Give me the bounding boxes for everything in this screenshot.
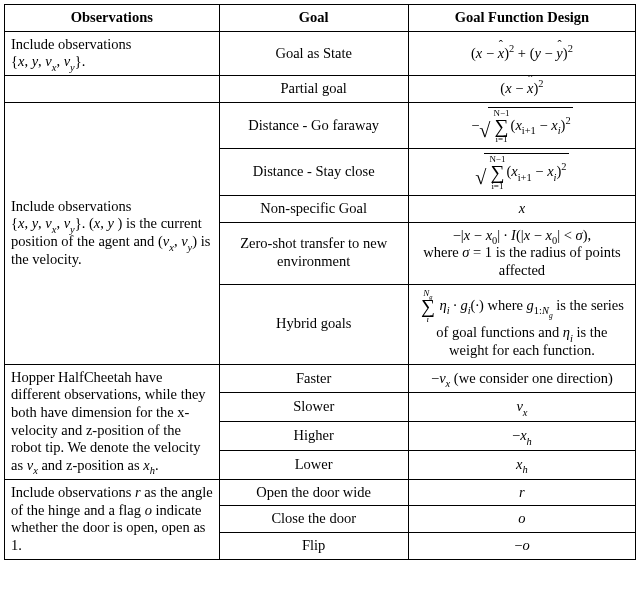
sub-h: h bbox=[523, 464, 528, 475]
var-y: y bbox=[534, 45, 540, 61]
sub-x: x bbox=[33, 465, 38, 476]
brace-close: }. bbox=[75, 53, 86, 69]
dot-icon: · bbox=[453, 297, 457, 313]
obs-cell-2: Include observations {x, y, vx, vy}. (x,… bbox=[5, 102, 220, 364]
var-x: x bbox=[520, 427, 526, 443]
goal-cell: Close the door bbox=[219, 506, 408, 533]
note-text: is the radius of points affected bbox=[492, 244, 620, 278]
func-cell: x bbox=[408, 195, 635, 222]
goal-cell: Faster bbox=[219, 364, 408, 393]
var-x: x bbox=[551, 117, 557, 133]
table-row: Partial goal (x − xˆ)2 bbox=[5, 76, 636, 103]
var-x: x bbox=[516, 456, 522, 472]
func-cell: (x − xˆ)2 + (y − yˆ)2 bbox=[408, 31, 635, 75]
header-goal-function: Goal Function Design bbox=[408, 5, 635, 32]
obs-text: Include observations bbox=[11, 36, 131, 52]
lt-sign: < bbox=[564, 227, 572, 243]
goal-cell: Distance - Go faraway bbox=[219, 102, 408, 149]
comma: , bbox=[24, 215, 31, 231]
goal-text: Zero-shot transfer to new bbox=[240, 235, 387, 251]
func-cell: −|x − x0| · I(|x − x0| < σ), where σ = 1… bbox=[408, 222, 635, 284]
sub-x: x bbox=[52, 62, 57, 73]
var-o: o bbox=[145, 502, 152, 518]
var-x: x bbox=[519, 200, 525, 216]
sub: 0 bbox=[492, 235, 497, 246]
var-x: x bbox=[515, 117, 521, 133]
sub-y: y bbox=[70, 62, 75, 73]
sub: i+1 bbox=[522, 125, 536, 136]
sub-x: x bbox=[523, 407, 528, 418]
obs-cell-1: Include observations {x, y, vx, vy}. bbox=[5, 31, 220, 75]
var-x: x bbox=[511, 163, 517, 179]
var-v: v bbox=[45, 215, 51, 231]
table-row: Include observations r as the angle of t… bbox=[5, 479, 636, 506]
var-I: I bbox=[511, 227, 516, 243]
sub-i: i bbox=[447, 305, 450, 316]
var-sigma: σ bbox=[576, 227, 583, 243]
sqrt-icon: √ N−1∑i=1(xi+1 − xi)2 bbox=[479, 107, 572, 145]
var-o: o bbox=[518, 510, 525, 526]
obs-cell-4: Include observations r as the angle of t… bbox=[5, 479, 220, 559]
func-cell: vx bbox=[408, 393, 635, 422]
goal-cell: Partial goal bbox=[219, 76, 408, 103]
sub-x: x bbox=[169, 242, 174, 253]
goal-cell: Goal as State bbox=[219, 31, 408, 75]
var-N: N bbox=[542, 305, 549, 316]
goal-cell: Distance - Stay close bbox=[219, 149, 408, 196]
var-x: x bbox=[143, 457, 149, 473]
var-x: x bbox=[505, 80, 511, 96]
sum-icon: N−1∑i=1 bbox=[489, 155, 505, 191]
sub: i+1 bbox=[518, 172, 532, 183]
var-eta: η bbox=[563, 324, 570, 340]
var-r: r bbox=[519, 484, 525, 500]
func-cell: Ng∑i ηi · gi(·) where g1:Ng is the serie… bbox=[408, 284, 635, 364]
goal-cell: Lower bbox=[219, 450, 408, 479]
sub-i: i bbox=[570, 333, 573, 344]
func-cell: −√ N−1∑i=1(xi+1 − xi)2 bbox=[408, 102, 635, 149]
func-cell: √ N−1∑i=1(xi+1 − xi)2 bbox=[408, 149, 635, 196]
goal-cell: Slower bbox=[219, 393, 408, 422]
comma: , bbox=[24, 53, 31, 69]
dot-icon: · bbox=[504, 227, 508, 243]
sub-h: h bbox=[150, 465, 155, 476]
var-x0: x bbox=[546, 227, 552, 243]
obs-text: Include observations bbox=[11, 484, 135, 500]
func-cell: −o bbox=[408, 533, 635, 560]
brace-open: { bbox=[11, 215, 18, 231]
eq-text: = 1 bbox=[469, 244, 492, 260]
var-v: v bbox=[45, 53, 51, 69]
sub: i bbox=[558, 125, 561, 136]
sub-y: y bbox=[70, 224, 75, 235]
func-cell: o bbox=[408, 506, 635, 533]
table-row: Include observations {x, y, vx, vy}. (x,… bbox=[5, 102, 636, 149]
comma: , bbox=[56, 215, 63, 231]
sub: i bbox=[554, 172, 557, 183]
goal-cell: Zero-shot transfer to new environment bbox=[219, 222, 408, 284]
goal-cell: Flip bbox=[219, 533, 408, 560]
sub-x: x bbox=[52, 224, 57, 235]
var-x: x bbox=[464, 227, 470, 243]
goal-cell: Open the door wide bbox=[219, 479, 408, 506]
sub-x: x bbox=[446, 378, 451, 389]
sub-h: h bbox=[527, 436, 532, 447]
obs-cell-3: Hopper HalfCheetah have different observ… bbox=[5, 364, 220, 479]
note-text: where bbox=[423, 244, 462, 260]
table-row: Hopper HalfCheetah have different observ… bbox=[5, 364, 636, 393]
minus-sign: − bbox=[471, 117, 479, 133]
var-g: g bbox=[527, 297, 534, 313]
obs-cell-empty bbox=[5, 76, 220, 103]
text: }. ( bbox=[75, 215, 94, 231]
obs-text: Include observations bbox=[11, 198, 131, 214]
minus-sign: − bbox=[453, 227, 461, 243]
func-cell: −xh bbox=[408, 422, 635, 451]
goal-cell: Hybrid goals bbox=[219, 284, 408, 364]
goal-functions-table: Observations Goal Goal Function Design I… bbox=[4, 4, 636, 560]
table-row: Include observations {x, y, vx, vy}. Goa… bbox=[5, 31, 636, 75]
var-y: y bbox=[107, 215, 113, 231]
var-x: x bbox=[547, 163, 553, 179]
header-row: Observations Goal Goal Function Design bbox=[5, 5, 636, 32]
func-cell: r bbox=[408, 479, 635, 506]
func-cell: xh bbox=[408, 450, 635, 479]
var-v: v bbox=[181, 233, 187, 249]
comma: , bbox=[56, 53, 63, 69]
